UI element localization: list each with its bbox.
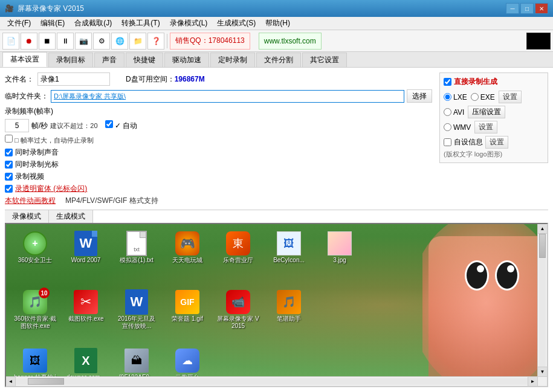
toolbar-camera[interactable]: 📷 [75, 33, 92, 50]
icon-word-2007[interactable]: W Word 2007 [62, 229, 110, 266]
menu-composite[interactable]: 合成截取(J) [70, 17, 117, 30]
self-info-settings-btn[interactable]: 设置 [485, 136, 508, 149]
icon-2016-img: W [125, 290, 149, 314]
icon-caijian[interactable]: ✂ 截图软件.exe [62, 288, 110, 332]
icon-leqi-img: 東 [226, 231, 250, 255]
disk-space-label: D盘可用空间：196867M [126, 74, 205, 85]
icon-2016-label: 2016年元旦及宣传放映... [115, 315, 158, 330]
close-button[interactable]: ✕ [535, 3, 548, 14]
icon-jianpu[interactable]: 🎵 笔谱助手 [265, 288, 313, 332]
menu-edit[interactable]: 编辑(E) [36, 17, 70, 30]
v-scrollbar-down[interactable]: ▼ [538, 367, 547, 376]
tab-record-target[interactable]: 录制目标 [48, 53, 93, 67]
titlebar: 🎥 屏幕录像专家 V2015 ─ □ ✕ [0, 0, 553, 17]
menu-record-mode[interactable]: 录像模式(L) [165, 17, 213, 30]
tab-file-split[interactable]: 文件分割 [256, 53, 301, 67]
toolbar-pause[interactable]: ⏸ [57, 33, 74, 50]
tab-sound[interactable]: 声音 [94, 53, 125, 67]
lxe-settings-btn[interactable]: 设置 [499, 91, 522, 103]
menu-help[interactable]: 帮助(H) [260, 17, 295, 30]
toolbar-stop[interactable]: ⏹ [39, 33, 56, 50]
icon-becy[interactable]: 🖼 BeCyIcon... [265, 229, 313, 266]
tab-hotkeys[interactable]: 快捷键 [126, 53, 163, 67]
tab-timer[interactable]: 定时录制 [210, 53, 255, 67]
minimize-button[interactable]: ─ [506, 3, 519, 14]
check-transparent[interactable] [5, 185, 13, 193]
folder-path[interactable]: D:\屏幕录像专家 共享版\ [51, 90, 404, 103]
avi-radio-input[interactable] [444, 108, 451, 116]
h-scrollbar-right[interactable]: ► [528, 377, 537, 386]
icon-tiantianyouxi[interactable]: 🎮 天天电玩城 [163, 229, 212, 266]
toolbar-folder[interactable]: 📁 [129, 33, 146, 50]
preview-area: + 360安全卫士 W Word 2007 [5, 223, 548, 387]
icon-yunpan-img: ☁ [175, 349, 199, 373]
filename-input[interactable] [37, 72, 110, 86]
check-cursor-row: 同时录制光标 [5, 159, 432, 170]
icon-downcc-img: X [74, 349, 98, 373]
lxe-radio: LXE [444, 93, 467, 101]
toolbar: 📄 ⏺ ⏹ ⏸ 📷 ⚙ 🌐 📁 ❓ 销售QQ：178046113 www.tlx… [0, 30, 553, 52]
icon-row-2: 🎵 10 360软件音家·截图软件.exe ✂ 截图软件.exe W [11, 288, 313, 332]
exe-radio: EXE [471, 93, 495, 101]
icon-word-img: W [74, 231, 98, 255]
toolbar-settings[interactable]: ⚙ [93, 33, 110, 50]
menu-convert[interactable]: 转换工具(T) [117, 17, 164, 30]
icon-gif[interactable]: GIF 荣誉题 1.gif [163, 288, 212, 332]
icon-360-safe[interactable]: + 360安全卫士 [11, 229, 59, 266]
v-scrollbar-thumb[interactable] [539, 234, 546, 258]
toolbar-record[interactable]: ⏺ [21, 33, 37, 50]
icon-txt-img: txt [125, 231, 149, 255]
icon-3jpg[interactable]: 3.jpg [315, 229, 364, 266]
icon-pingmu-recorder[interactable]: 📹 屏幕录像专家 V2015 [214, 288, 262, 332]
check-cursor[interactable] [5, 161, 13, 169]
wmv-settings-btn[interactable]: 设置 [474, 121, 497, 133]
menu-file[interactable]: 文件(F) [2, 17, 36, 30]
toolbar-new[interactable]: 📄 [2, 33, 19, 50]
temp-folder-label: 临时文件夹： [5, 91, 48, 101]
capture-mode-item: 录像模式 [5, 210, 49, 223]
icon-txt-file[interactable]: txt 模拟器(1).txt [112, 229, 161, 266]
tab-other-settings[interactable]: 其它设置 [302, 53, 347, 67]
tab-basic-settings[interactable]: 基本设置 [2, 52, 47, 67]
h-scrollbar-thumb[interactable] [28, 378, 64, 385]
maximize-button[interactable]: □ [520, 3, 534, 14]
app-icon: 🎥 [5, 4, 14, 13]
direct-record-checkbox[interactable] [444, 78, 451, 86]
eye-highlight-left [477, 265, 484, 272]
toolbar-url[interactable]: www.tlxsoft.com [259, 33, 322, 50]
compress-btn[interactable]: 压缩设置 [468, 106, 505, 118]
icon-becy-label: BeCyIcon... [273, 257, 305, 264]
transparent-label[interactable]: 录透明窗体 (光标会闪) [15, 184, 87, 194]
lxe-radio-input[interactable] [444, 93, 451, 101]
toolbar-help[interactable]: ❓ [147, 33, 164, 50]
icon-3jpg-img [328, 231, 352, 255]
v-scrollbar-track [539, 234, 546, 367]
auto-checkbox[interactable] [105, 120, 113, 128]
check-video[interactable] [5, 173, 13, 181]
icon-2016[interactable]: W 2016年元旦及宣传放映... [112, 288, 161, 332]
v-scrollbar-up[interactable]: ▲ [538, 224, 547, 234]
toolbar-color-box [526, 33, 551, 50]
toolbar-globe[interactable]: 🌐 [111, 33, 128, 50]
fps-input[interactable] [5, 119, 29, 132]
check-cursor-label: 同时录制光标 [15, 159, 59, 170]
fps-warn-checkbox[interactable] [5, 135, 13, 143]
exe-radio-input[interactable] [471, 93, 479, 101]
tab-driver-accel[interactable]: 驱动加速 [164, 53, 209, 67]
animation-tutorial-link[interactable]: 本软件动画教程 [5, 196, 56, 206]
self-info-checkbox[interactable] [444, 138, 451, 146]
wmv-radio-input[interactable] [444, 123, 451, 131]
icon-360music[interactable]: 🎵 10 360软件音家·截图软件.exe [11, 288, 59, 332]
check-sound-label: 同时录制声音 [15, 147, 59, 158]
icon-leqi[interactable]: 東 乐奇营业厅 [214, 229, 262, 266]
icon-jianpu-img: 🎵 [277, 290, 301, 314]
menu-generate-mode[interactable]: 生成模式(S) [212, 17, 260, 30]
toolbar-qq[interactable]: 销售QQ：178046113 [170, 33, 250, 50]
eye-highlight-right [507, 265, 514, 272]
browse-button[interactable]: 选择 [407, 89, 432, 103]
character-body [428, 236, 537, 376]
check-sound[interactable] [5, 149, 13, 156]
self-info-label: 自设信息 [454, 137, 483, 147]
h-scrollbar-left[interactable]: ◄ [6, 377, 16, 386]
disk-space-value: 196867M [175, 75, 205, 83]
